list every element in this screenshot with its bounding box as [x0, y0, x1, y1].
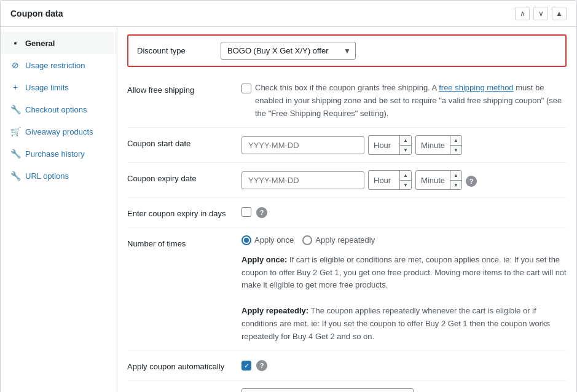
- apply-once-radio-dot: [244, 238, 249, 243]
- sidebar-label-giveaway-products: Giveaway products: [25, 127, 93, 136]
- expiry-hour-spinner: Hour ▲ ▼: [368, 170, 412, 190]
- sidebar-item-general[interactable]: ▪ General: [1, 32, 117, 54]
- number-of-times-row: Number of times Apply once Ap: [127, 228, 567, 351]
- start-minute-up-button[interactable]: ▲: [450, 136, 461, 146]
- expiry-minute-spinner: Minute ▲ ▼: [415, 170, 462, 190]
- apply-automatically-help-icon[interactable]: ?: [256, 360, 267, 371]
- coupon-expiry-date-label: Coupon expiry date: [127, 170, 232, 185]
- number-of-times-description: Apply once: If cart is eligible or condi…: [241, 254, 567, 343]
- title-bar: Coupon data ∧ ∨ ▲: [1, 1, 576, 27]
- apply-repeatedly-radio[interactable]: [302, 235, 312, 245]
- start-minute-spinner-buttons: ▲ ▼: [450, 136, 461, 154]
- free-shipping-description: Check this box if the coupon grants free…: [255, 82, 567, 120]
- sidebar-label-usage-restriction: Usage restriction: [25, 61, 85, 70]
- collapse-down-button[interactable]: ∨: [533, 7, 548, 20]
- sidebar-item-usage-restriction[interactable]: ⊘ Usage restriction: [1, 54, 117, 76]
- sidebar-label-url-options: URL options: [25, 171, 69, 181]
- expiry-days-label: Enter coupon expiry in days: [127, 205, 232, 220]
- main-content: Discount type BOGO (Buy X Get X/Y) offer…: [117, 27, 576, 392]
- apply-repeatedly-label: Apply repeatedly: [315, 235, 375, 245]
- sidebar-item-checkout-options[interactable]: 🔧 Checkout options: [1, 98, 117, 120]
- discount-type-label: Discount type: [137, 46, 211, 55]
- collapse-up-button[interactable]: ∧: [515, 7, 530, 20]
- display-coupon-label: Display coupon in: [127, 388, 232, 392]
- usage-limits-icon: +: [10, 82, 20, 92]
- sidebar-label-purchase-history: Purchase history: [25, 149, 85, 159]
- apply-automatically-row: Apply coupon automatically ✓ ?: [127, 351, 567, 381]
- display-coupon-row: Display coupon in Please select ?: [127, 381, 567, 392]
- sidebar-label-checkout-options: Checkout options: [25, 105, 87, 114]
- purchase-history-icon: 🔧: [10, 149, 20, 159]
- content-area: ▪ General ⊘ Usage restriction + Usage li…: [1, 27, 576, 392]
- coupon-start-date-row: Coupon start date Hour ▲ ▼: [127, 128, 567, 163]
- sidebar-item-giveaway-products[interactable]: 🛒 Giveaway products: [1, 120, 117, 143]
- start-hour-spinner: Hour ▲ ▼: [368, 135, 412, 155]
- start-date-input[interactable]: [241, 136, 364, 154]
- url-options-icon: 🔧: [10, 171, 20, 181]
- general-icon: ▪: [10, 38, 20, 48]
- sidebar-item-usage-limits[interactable]: + Usage limits: [1, 76, 117, 98]
- start-hour-up-button[interactable]: ▲: [400, 136, 411, 146]
- apply-automatically-content: ✓ ?: [241, 358, 567, 371]
- display-coupon-content: Please select ?: [241, 388, 567, 392]
- form-rows: Allow free shipping Check this box if th…: [117, 69, 576, 392]
- display-coupon-select[interactable]: Please select: [241, 388, 414, 392]
- expiry-minute-spinner-buttons: ▲ ▼: [450, 171, 461, 189]
- start-minute-label: Minute: [416, 141, 450, 150]
- discount-type-select-wrapper: BOGO (Buy X Get X/Y) offer Percentage di…: [221, 42, 356, 60]
- radio-group-times: Apply once Apply repeatedly: [241, 235, 375, 245]
- expiry-minute-down-button[interactable]: ▼: [450, 181, 461, 190]
- expiry-minute-up-button[interactable]: ▲: [450, 171, 461, 181]
- expiry-hour-spinner-buttons: ▲ ▼: [399, 171, 411, 189]
- sidebar-label-usage-limits: Usage limits: [25, 83, 69, 92]
- usage-restriction-icon: ⊘: [10, 60, 20, 70]
- coupon-expiry-date-content: Hour ▲ ▼ Minute ▲ ▼: [241, 170, 567, 190]
- start-minute-spinner: Minute ▲ ▼: [415, 135, 462, 155]
- apply-once-option[interactable]: Apply once: [241, 235, 294, 245]
- discount-type-section: Discount type BOGO (Buy X Get X/Y) offer…: [127, 34, 567, 67]
- apply-repeatedly-bold: Apply repeatedly:: [241, 306, 308, 315]
- coupon-start-date-content: Hour ▲ ▼ Minute ▲ ▼: [241, 135, 567, 155]
- start-hour-down-button[interactable]: ▼: [400, 146, 411, 155]
- apply-once-radio[interactable]: [241, 235, 251, 245]
- giveaway-products-icon: 🛒: [10, 127, 20, 136]
- sidebar: ▪ General ⊘ Usage restriction + Usage li…: [1, 27, 117, 392]
- number-of-times-label: Number of times: [127, 235, 232, 250]
- apply-automatically-label: Apply coupon automatically: [127, 358, 232, 373]
- expiry-days-row: Enter coupon expiry in days ?: [127, 198, 567, 228]
- apply-once-label: Apply once: [254, 235, 294, 245]
- start-date-group: Hour ▲ ▼ Minute ▲ ▼: [241, 135, 462, 155]
- expiry-date-input[interactable]: [241, 171, 364, 189]
- sidebar-item-url-options[interactable]: 🔧 URL options: [1, 165, 117, 187]
- start-hour-label: Hour: [369, 141, 399, 150]
- free-shipping-link[interactable]: free shipping method: [439, 83, 513, 92]
- expand-button[interactable]: ▲: [552, 7, 567, 20]
- expiry-hour-up-button[interactable]: ▲: [400, 171, 411, 181]
- expiry-date-group: Hour ▲ ▼ Minute ▲ ▼: [241, 170, 477, 190]
- free-shipping-row: Allow free shipping Check this box if th…: [127, 74, 567, 128]
- expiry-days-content: ?: [241, 205, 567, 218]
- expiry-minute-label: Minute: [416, 176, 450, 185]
- free-shipping-content: Check this box if the coupon grants free…: [241, 82, 567, 120]
- sidebar-item-purchase-history[interactable]: 🔧 Purchase history: [1, 143, 117, 165]
- expiry-days-checkbox[interactable]: [241, 207, 251, 217]
- window-title: Coupon data: [10, 9, 63, 18]
- title-bar-controls: ∧ ∨ ▲: [515, 7, 567, 20]
- free-shipping-label: Allow free shipping: [127, 82, 232, 96]
- expiry-date-help-icon[interactable]: ?: [466, 176, 477, 187]
- sidebar-label-general: General: [25, 39, 55, 48]
- expiry-days-help-icon[interactable]: ?: [256, 207, 267, 218]
- expiry-hour-down-button[interactable]: ▼: [400, 181, 411, 190]
- free-shipping-checkbox[interactable]: [241, 84, 251, 93]
- apply-repeatedly-option[interactable]: Apply repeatedly: [302, 235, 375, 245]
- start-hour-spinner-buttons: ▲ ▼: [399, 136, 411, 154]
- checkout-options-icon: 🔧: [10, 104, 20, 114]
- number-of-times-content: Apply once Apply repeatedly Apply once: …: [241, 235, 567, 343]
- start-minute-down-button[interactable]: ▼: [450, 146, 461, 155]
- apply-automatically-checkbox[interactable]: ✓: [241, 361, 251, 370]
- coupon-start-date-label: Coupon start date: [127, 135, 232, 150]
- discount-type-select[interactable]: BOGO (Buy X Get X/Y) offer Percentage di…: [221, 42, 356, 60]
- coupon-data-window: Coupon data ∧ ∨ ▲ ▪ General ⊘ Usage rest…: [0, 0, 577, 392]
- expiry-hour-label: Hour: [369, 176, 399, 185]
- apply-once-bold: Apply once:: [241, 255, 287, 264]
